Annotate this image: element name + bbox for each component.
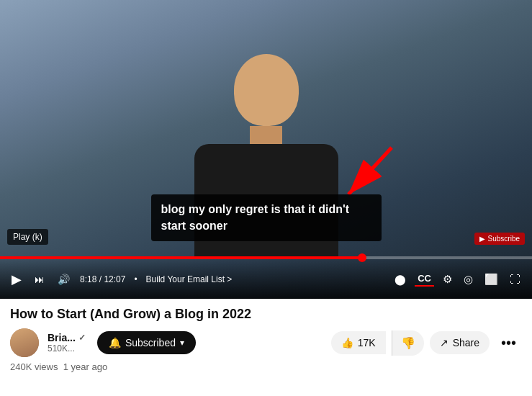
volume-button[interactable]: 🔊 [55,271,73,288]
verified-icon: ✓ [78,333,86,343]
channel-name[interactable]: Bria... ✓ [48,332,86,343]
fullscreen-button[interactable]: ⛶ [507,270,523,288]
subscribed-button[interactable]: 🔔 Subscribed ▾ [97,331,196,354]
subscribe-watermark[interactable]: ▶ Subscribe [474,233,525,245]
neck [250,126,282,144]
play-button[interactable]: ▶ [9,269,24,290]
cc-button[interactable]: CC [415,271,434,287]
theater-button[interactable]: ⬜ [482,270,501,289]
next-button[interactable]: ⏭ [32,271,48,288]
avatar[interactable] [10,328,39,357]
video-meta: 240K views 1 year ago [10,361,522,372]
video-bg: blog my only regret is that it didn't st… [0,0,532,299]
chapter-link[interactable]: Build Your Email List > [146,274,385,284]
more-button[interactable]: ••• [495,332,522,354]
miniplayer-button[interactable]: ◎ [461,270,476,289]
time-display: 8:18 / 12:07 [80,274,125,284]
dislike-button[interactable]: 👎 [392,330,424,356]
channel-info: Bria... ✓ 510K... [48,332,86,354]
autoplay-button[interactable]: ⬤ [392,271,409,288]
video-container: blog my only regret is that it didn't st… [0,0,532,299]
yt-logo-icon: ▶ [479,235,485,243]
thumbs-down-icon: 👎 [401,336,415,350]
chevron-down-icon: ▾ [180,338,184,348]
bell-icon: 🔔 [109,337,121,348]
play-k-button[interactable]: Play (k) [7,229,48,245]
share-button[interactable]: ↗ Share [430,331,490,354]
subscriber-count: 510K... [48,343,86,354]
video-title: How to Start (And Grow) a Blog in 2022 [10,306,522,323]
below-video: How to Start (And Grow) a Blog in 2022 B… [0,299,532,372]
head [234,54,299,126]
video-caption: blog my only regret is that it didn't st… [151,194,382,241]
controls-bar: ▶ ⏭ 🔊 8:18 / 12:07 • Build Your Email Li… [0,259,532,299]
chapter-separator: • [134,274,137,284]
like-button[interactable]: 👍 17K [331,331,386,354]
channel-row: Bria... ✓ 510K... 🔔 Subscribed ▾ 👍 17K 👎… [10,328,522,357]
thumbs-up-icon: 👍 [341,337,353,348]
share-icon: ↗ [440,337,448,348]
action-buttons: 👍 17K 👎 ↗ Share ••• [331,330,522,356]
settings-button[interactable]: ⚙ [440,270,455,289]
svg-line-1 [348,148,392,194]
